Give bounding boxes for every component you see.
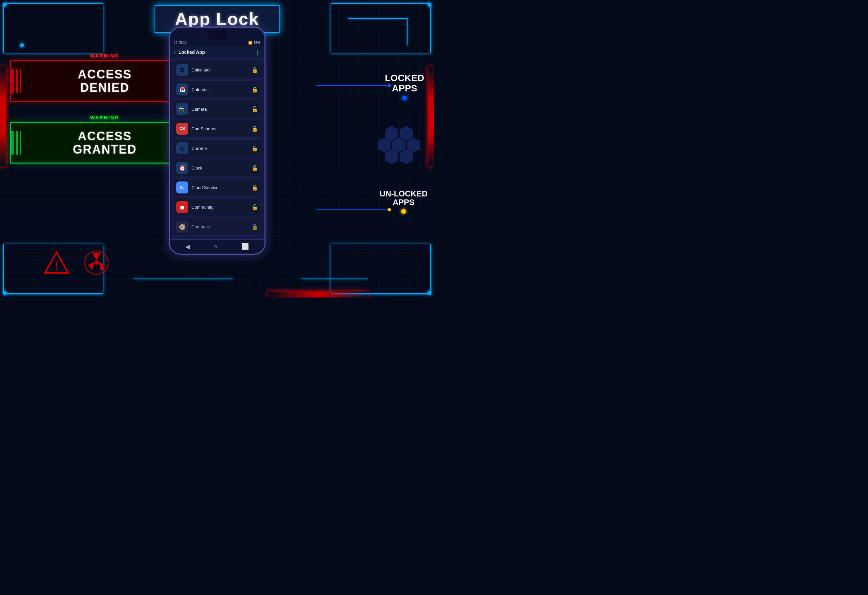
granted-corner-bl — [10, 157, 17, 163]
list-item[interactable]: 📷 Camera 🔓 — [173, 100, 262, 118]
list-item[interactable]: 📅 Calendar 🔒 — [173, 81, 262, 99]
list-item[interactable]: ◎ Chrome 🔓 — [173, 139, 262, 157]
app-icon-cloudservice: Co — [176, 181, 188, 193]
app-name-camscanner: CamScanner — [192, 126, 217, 131]
phone-header-title: Locked App — [179, 50, 205, 55]
warning-triangle-icon: ! — [43, 251, 70, 274]
lock-icon-compass[interactable]: 🔓 — [251, 224, 258, 230]
lock-icon-camscanner[interactable]: 🔓 — [251, 126, 258, 132]
red-bar-left — [0, 66, 6, 166]
phone-bottom-nav: ◀ ○ ⬜ — [170, 239, 264, 253]
hex-5 — [407, 141, 420, 149]
app-name-calendar: Calendar — [192, 87, 209, 92]
list-item[interactable]: ⊞ Calculator 🔒 — [173, 61, 262, 79]
app-icon-camscanner: CS — [176, 123, 188, 135]
app-row-left: Co Cloud Service — [176, 181, 218, 193]
unlocked-apps-line1: UN-LOCKED — [379, 190, 428, 198]
app-row-left: 📷 Camera — [176, 103, 207, 115]
locked-dot-row — [385, 96, 424, 100]
hex-3 — [378, 141, 391, 149]
corner-dot-tr — [428, 3, 431, 7]
locked-apps-line1: LOCKED — [385, 73, 424, 84]
red-bar-bottom — [268, 292, 368, 298]
app-icon-calendar: 📅 — [176, 84, 188, 96]
app-name-compass: Compass — [192, 224, 210, 229]
bottom-icons: ! — [43, 249, 110, 276]
status-bar: 12:05:11 📶 88% — [170, 40, 264, 46]
app-icon-community: ◼ — [176, 201, 188, 213]
unlocked-indicator-dot — [401, 209, 406, 214]
lock-icon-chrome[interactable]: 🔓 — [251, 145, 258, 152]
radiation-icon — [83, 249, 110, 276]
app-name-calculator: Calculator — [192, 68, 211, 72]
svg-point-2 — [94, 261, 99, 265]
corner-dot-bl — [3, 291, 7, 295]
app-row-left: ⊞ Calculator — [176, 64, 211, 76]
app-name-community: Community — [192, 205, 214, 210]
app-icon-compass: 🧭 — [176, 221, 188, 233]
neon-line-bottom — [133, 278, 233, 279]
phone-app-header: ‹ Locked App ⋮ — [170, 46, 264, 59]
unlocked-dot-row — [379, 209, 428, 214]
nav-recents-button[interactable]: ⬜ — [242, 243, 249, 250]
locked-apps-line2: APPS — [385, 84, 424, 94]
header-left: ‹ Locked App — [174, 49, 205, 56]
lock-icon-calendar[interactable]: 🔒 — [251, 87, 258, 93]
access-denied-text: ACCESS DENIED — [21, 68, 189, 94]
phone-top — [170, 28, 264, 40]
nav-back-button[interactable]: ◀ — [185, 243, 190, 250]
status-icons: 📶 88% — [248, 41, 260, 44]
phone-mockup: 12:05:11 📶 88% ‹ Locked App ⋮ ⊞ — [169, 27, 266, 255]
list-item[interactable]: ⏰ Clock 🔓 — [173, 159, 262, 177]
connector-line-locked — [316, 84, 393, 87]
hex-2 — [400, 130, 413, 137]
lock-icon-calculator[interactable]: 🔒 — [251, 67, 258, 73]
hex-1 — [385, 130, 398, 137]
unlocked-apps-label: UN-LOCKED APPS — [379, 190, 428, 214]
app-icon-chrome: ◎ — [176, 142, 188, 154]
list-item[interactable]: CS CamScanner 🔓 — [173, 120, 262, 138]
lock-icon-cloudservice[interactable]: 🔓 — [251, 184, 258, 191]
page-title: App Lock — [175, 9, 259, 29]
page-container: App Lock WARNING ACCESS DENIED WARNING — [0, 0, 434, 298]
app-name-cloudservice: Cloud Service — [192, 185, 218, 190]
app-name-camera: Camera — [192, 107, 207, 112]
app-row-left: ◼ Community — [176, 201, 214, 213]
app-row-left: ⏰ Clock — [176, 162, 202, 174]
wifi-icon: 📶 — [248, 41, 252, 44]
list-item[interactable]: 🧭 Compass 🔓 — [173, 218, 262, 236]
app-icon-clock: ⏰ — [176, 162, 188, 174]
corner-dot-tl — [3, 3, 7, 7]
app-row-left: 📅 Calendar — [176, 84, 209, 96]
hex-4 — [392, 141, 406, 149]
connector-locked-area — [316, 84, 317, 84]
app-row-left: CS CamScanner — [176, 123, 217, 135]
hex-6 — [385, 153, 398, 161]
red-bar-right — [428, 66, 434, 166]
corner-dot-br — [428, 291, 431, 295]
lock-icon-community[interactable]: 🔓 — [251, 204, 258, 211]
app-name-clock: Clock — [192, 165, 202, 171]
list-item[interactable]: ◼ Community 🔓 — [173, 198, 262, 216]
locked-indicator-dot — [402, 96, 407, 100]
neon-line-bottom-right — [301, 278, 368, 279]
nav-home-button[interactable]: ○ — [214, 243, 218, 250]
lock-icon-clock[interactable]: 🔓 — [251, 165, 258, 171]
neon-border-tr — [331, 3, 431, 53]
back-button[interactable]: ‹ — [174, 49, 176, 56]
lock-icon-camera[interactable]: 🔓 — [251, 106, 258, 112]
more-options-button[interactable]: ⋮ — [254, 49, 260, 56]
granted-corner-tl — [10, 122, 17, 129]
phone-notch — [207, 30, 227, 40]
neon-line-top-right-vert — [407, 18, 407, 45]
neon-line-top-right — [348, 18, 407, 19]
app-icon-camera: 📷 — [176, 103, 188, 115]
corner-tl — [10, 60, 17, 67]
corner-bl — [10, 95, 17, 102]
list-item[interactable]: Co Cloud Service 🔓 — [173, 178, 262, 196]
app-icon-calculator: ⊞ — [176, 64, 188, 76]
unlocked-apps-line2: APPS — [379, 198, 428, 207]
locked-apps-label: LOCKED APPS — [385, 73, 424, 100]
app-row-left: 🧭 Compass — [176, 221, 210, 233]
app-list: ⊞ Calculator 🔒 📅 Calendar 🔒 📷 Came — [170, 59, 264, 239]
